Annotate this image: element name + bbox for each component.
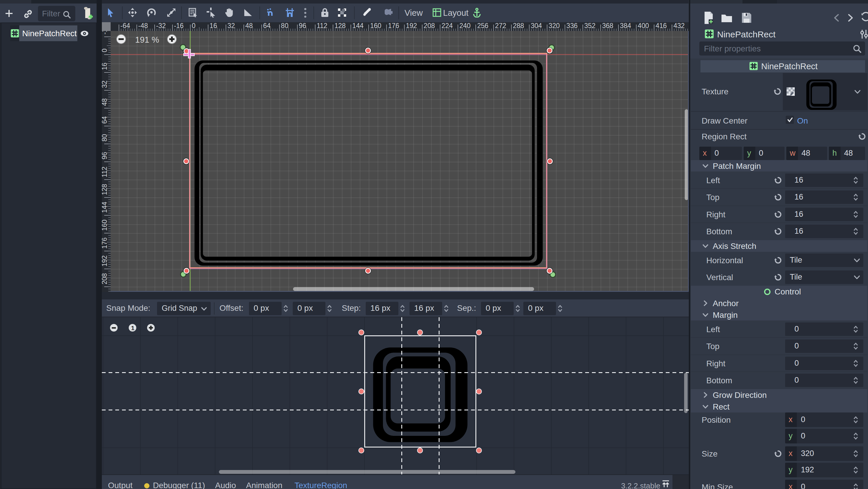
svg-text:-16: -16	[174, 22, 184, 29]
svg-text:80: 80	[102, 134, 108, 142]
svg-text:240: 240	[459, 22, 470, 29]
svg-text:0: 0	[192, 22, 195, 29]
svg-text:320: 320	[549, 22, 560, 29]
svg-text:160: 160	[370, 22, 381, 29]
svg-text:64: 64	[102, 116, 108, 124]
svg-text:336: 336	[566, 22, 578, 29]
svg-text:48: 48	[245, 22, 253, 29]
svg-text:432: 432	[673, 22, 684, 29]
svg-text:96: 96	[102, 152, 108, 160]
svg-text:64: 64	[263, 22, 271, 29]
svg-text:-64: -64	[121, 22, 130, 29]
svg-text:128: 128	[102, 184, 108, 195]
svg-text:272: 272	[495, 22, 506, 29]
svg-text:176: 176	[388, 22, 399, 29]
svg-text:176: 176	[102, 237, 108, 249]
svg-text:192: 192	[102, 255, 108, 266]
svg-text:144: 144	[102, 202, 108, 213]
svg-text:-16: -16	[102, 31, 108, 34]
svg-text:128: 128	[335, 22, 346, 29]
svg-text:368: 368	[602, 22, 613, 29]
svg-text:32: 32	[102, 81, 108, 88]
svg-text:16: 16	[102, 63, 108, 70]
svg-text:352: 352	[584, 22, 595, 29]
svg-text:192: 192	[406, 22, 417, 29]
svg-text:304: 304	[531, 22, 542, 29]
svg-text:144: 144	[352, 22, 364, 29]
svg-text:224: 224	[442, 22, 453, 29]
svg-text:-48: -48	[138, 22, 148, 29]
svg-text:416: 416	[655, 22, 666, 29]
svg-text:80: 80	[281, 22, 289, 29]
svg-text:0: 0	[102, 49, 108, 52]
svg-text:16: 16	[210, 22, 217, 29]
svg-text:160: 160	[102, 220, 108, 231]
svg-text:208: 208	[102, 273, 108, 284]
svg-text:208: 208	[424, 22, 435, 29]
svg-text:288: 288	[513, 22, 524, 29]
svg-text:384: 384	[620, 22, 631, 29]
svg-text:256: 256	[477, 22, 488, 29]
svg-text:112: 112	[317, 22, 328, 29]
svg-text:400: 400	[638, 22, 649, 29]
svg-text:48: 48	[102, 98, 108, 106]
svg-text:112: 112	[102, 167, 108, 177]
svg-text:-32: -32	[156, 22, 166, 29]
svg-text:32: 32	[227, 22, 235, 29]
svg-text:96: 96	[299, 22, 306, 29]
